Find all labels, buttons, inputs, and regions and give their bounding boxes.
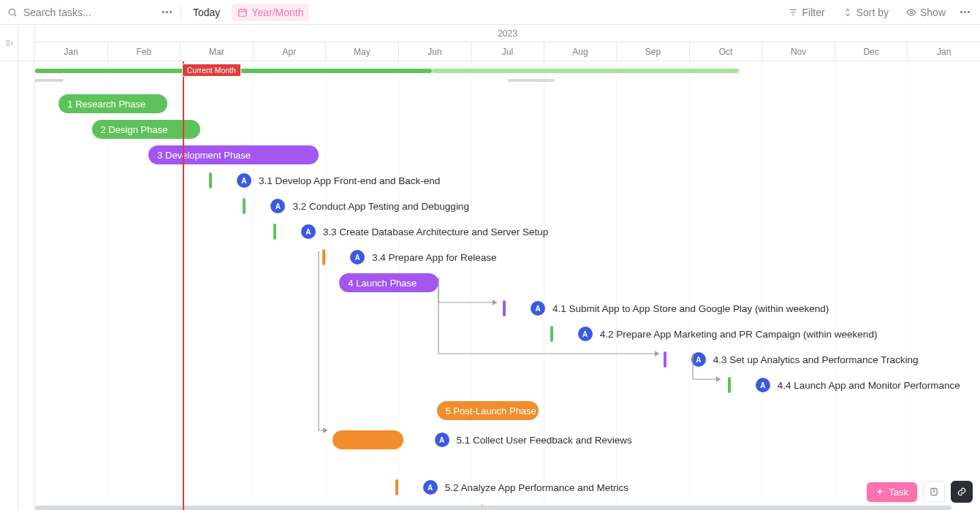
- new-task-button[interactable]: Task: [867, 482, 917, 502]
- task-4.1[interactable]: A4.1 Submit App to App Store and Google …: [503, 299, 829, 318]
- chevron-right-icon: [4, 38, 14, 48]
- month-feb: Feb: [108, 42, 181, 61]
- task-label: 3.2 Conduct App Testing and Debugging: [292, 201, 468, 212]
- month-nov: Nov: [762, 42, 835, 61]
- phase-label: 5 Post-Launch Phase: [446, 406, 536, 416]
- year-label: 2023: [498, 28, 517, 39]
- task-3.4[interactable]: A3.4 Prepare App for Release: [322, 248, 496, 267]
- today-label: Today: [193, 7, 220, 18]
- assignee-avatar[interactable]: A: [435, 433, 449, 447]
- search-input[interactable]: [22, 6, 139, 19]
- aux-button-2[interactable]: [951, 481, 973, 503]
- current-month-line: [183, 61, 184, 510]
- divider: [181, 6, 181, 19]
- overflow-button[interactable]: [957, 8, 973, 16]
- body-row-gutter: [18, 61, 35, 510]
- eye-icon: [906, 7, 916, 18]
- assignee-avatar[interactable]: A: [756, 378, 770, 392]
- task-tick: [664, 351, 666, 368]
- svg-point-3: [910, 11, 913, 14]
- sort-icon: [843, 7, 853, 18]
- current-month-flag: Current Month: [182, 64, 241, 77]
- phase-label: 3 Development Phase: [157, 150, 251, 161]
- task-label: 3.3 Create Database Architecture and Ser…: [323, 227, 548, 237]
- svg-point-0: [9, 9, 15, 15]
- search-wrap: [7, 6, 153, 19]
- scale-button[interactable]: Year/Month: [232, 4, 309, 21]
- month-aug: Aug: [544, 42, 618, 61]
- task-label: 3.4 Prepare App for Release: [372, 252, 496, 263]
- summary-handle-left[interactable]: [35, 79, 64, 82]
- month-sep: Sep: [617, 42, 690, 61]
- assignee-avatar[interactable]: A: [691, 352, 706, 367]
- task-tick: [243, 198, 246, 214]
- task-5.1[interactable]: A5.1 Collect User Feedback and Reviews: [428, 430, 632, 449]
- task-tick: [209, 172, 212, 189]
- month-apr: Apr: [254, 42, 327, 61]
- month-jan: Jan: [908, 42, 980, 61]
- task-3.1[interactable]: A3.1 Develop App Front-end and Back-end: [209, 171, 440, 190]
- body-gutter-left: [0, 61, 18, 510]
- h-scrollbar[interactable]: [35, 506, 980, 510]
- month-mar: Mar: [181, 42, 254, 61]
- phase-5[interactable]: 5 Post-Launch Phase: [437, 401, 539, 420]
- task-label: 4.4 Launch App and Monitor Performance: [778, 380, 960, 391]
- assignee-avatar[interactable]: A: [578, 327, 593, 341]
- today-button[interactable]: Today: [187, 4, 226, 21]
- months-wrap: 2023 JanFebMarAprMayJunJulAugSepOctNovDe…: [35, 25, 980, 61]
- row-gutter: [18, 25, 35, 61]
- task-tick: [273, 224, 276, 240]
- fab-label: Task: [889, 487, 908, 498]
- scale-label: Year/Month: [251, 7, 303, 18]
- assignee-avatar[interactable]: A: [423, 480, 438, 495]
- phase-3[interactable]: 3 Development Phase: [148, 145, 319, 164]
- task-3.3[interactable]: A3.3 Create Database Architecture and Se…: [273, 222, 548, 241]
- task-label: 4.2 Prepare App Marketing and PR Campaig…: [600, 329, 878, 340]
- summary-handle-right[interactable]: [508, 79, 555, 82]
- assignee-avatar[interactable]: A: [531, 301, 545, 316]
- gantt-canvas[interactable]: Current Month 1 Research Phase2 Design P…: [35, 61, 980, 510]
- phase-label: 1 Research Phase: [67, 99, 145, 110]
- task-4.3[interactable]: A4.3 Set up Analytics and Performance Tr…: [664, 350, 919, 369]
- task-label: 4.3 Set up Analytics and Performance Tra…: [713, 354, 919, 365]
- task-tick: [550, 326, 553, 342]
- expand-panel-button[interactable]: [0, 25, 18, 61]
- aux-button-1[interactable]: [923, 481, 945, 503]
- link-icon: [957, 487, 967, 497]
- task-tick: [503, 300, 506, 316]
- phase-2[interactable]: 2 Design Phase: [92, 120, 201, 139]
- svg-rect-2: [239, 9, 247, 15]
- show-button[interactable]: Show: [900, 4, 951, 21]
- month-dec: Dec: [835, 42, 908, 61]
- toolbar: Today Year/Month Filter Sort by Show: [0, 0, 980, 25]
- phase-5a[interactable]: [333, 430, 403, 449]
- task-4.2[interactable]: A4.2 Prepare App Marketing and PR Campai…: [550, 324, 878, 343]
- more-options-button[interactable]: [159, 8, 175, 16]
- search-icon: [7, 7, 18, 18]
- assignee-avatar[interactable]: A: [350, 250, 365, 264]
- summary-bar-light: [432, 69, 739, 73]
- assignee-avatar[interactable]: A: [237, 173, 251, 188]
- task-4.4[interactable]: A4.4 Launch App and Monitor Performance: [728, 376, 960, 395]
- phase-1[interactable]: 1 Research Phase: [58, 94, 167, 113]
- show-label: Show: [920, 7, 946, 18]
- task-label: 5.1 Collect User Feedback and Reviews: [457, 435, 632, 446]
- phase-label: 4 Launch Phase: [348, 278, 417, 289]
- timeline-header: 2023 JanFebMarAprMayJunJulAugSepOctNovDe…: [0, 25, 980, 61]
- task-3.2[interactable]: A3.2 Conduct App Testing and Debugging: [243, 197, 468, 216]
- sort-button[interactable]: Sort by: [837, 4, 894, 21]
- filter-icon: [788, 7, 798, 18]
- task-5.2[interactable]: A5.2 Analyze App Performance and Metrics: [395, 478, 628, 497]
- filter-button[interactable]: Filter: [782, 4, 830, 21]
- calendar-icon: [238, 7, 248, 18]
- assignee-avatar[interactable]: A: [301, 224, 316, 239]
- filter-label: Filter: [802, 7, 824, 18]
- svg-line-1: [15, 14, 17, 16]
- phase-label: 2 Design Phase: [101, 124, 168, 135]
- phase-4[interactable]: 4 Launch Phase: [339, 273, 438, 292]
- task-tick: [322, 249, 325, 265]
- assignee-avatar[interactable]: A: [270, 199, 285, 213]
- plus-icon: [875, 487, 884, 496]
- note-icon: [929, 487, 939, 497]
- month-jun: Jun: [399, 42, 472, 61]
